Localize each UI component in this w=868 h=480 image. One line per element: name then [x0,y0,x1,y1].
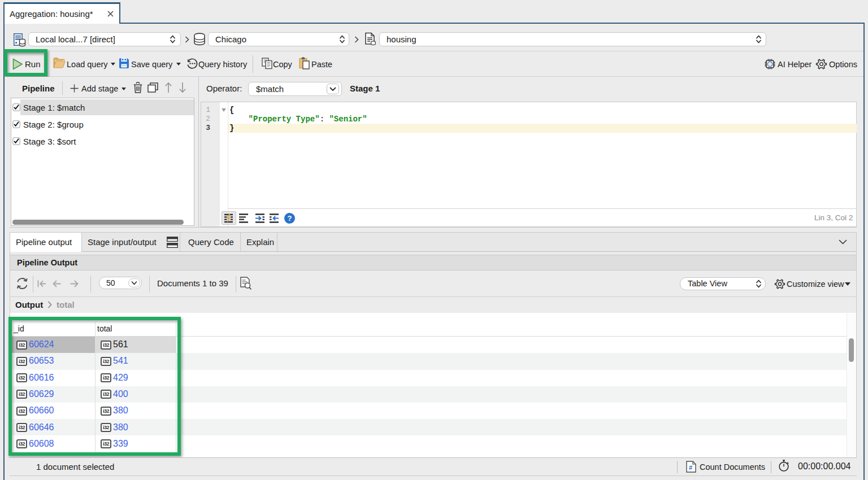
svg-text:#: # [689,464,692,471]
